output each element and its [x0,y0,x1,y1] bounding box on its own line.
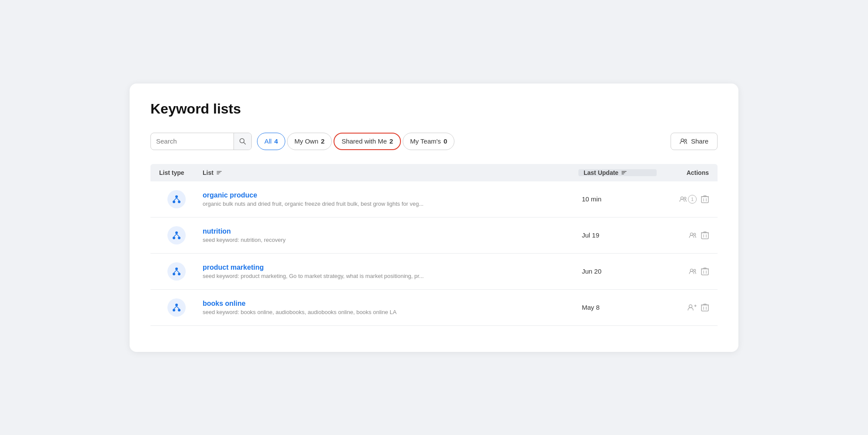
list-name-link[interactable]: books online [203,300,246,307]
svg-line-14 [177,198,179,201]
table-header: List type List Last Update Actions [150,164,718,181]
share-button-label: Share [691,137,708,145]
delete-action[interactable] [701,267,709,276]
person-add-icon [687,304,697,311]
svg-point-45 [178,309,180,311]
search-icon [239,138,246,145]
list-info: nutrition seed keyword: nutrition, recov… [203,228,578,243]
actions-cell: 1 [657,195,718,204]
list-type-icon-cell [150,298,203,317]
trash-icon [701,231,709,240]
share-nodes-icon [172,194,181,204]
header-list-type: List type [150,169,203,176]
trash-icon [701,195,709,204]
table-row: books online seed keyword: books online,… [150,290,718,326]
share-action[interactable] [689,268,697,274]
svg-point-11 [173,201,175,203]
svg-line-47 [177,306,179,309]
table-row: organic produce organic bulk nuts and dr… [150,181,718,218]
tab-my-teams-label: My Team's [410,137,441,145]
actions-cell [657,267,718,276]
share-nodes-icon [172,231,181,240]
add-share-action[interactable] [687,304,697,311]
svg-point-27 [694,233,695,235]
share-button[interactable]: Share [671,133,718,150]
svg-line-24 [174,234,177,237]
search-button[interactable] [234,133,251,150]
svg-line-25 [177,234,179,237]
search-wrapper [150,133,252,150]
tab-my-teams-count: 0 [444,137,447,145]
list-description: seed keyword: nutrition, recovery [203,237,578,243]
svg-point-38 [694,269,695,271]
tab-all-label: All [264,137,272,145]
header-last-update: Last Update [578,169,657,176]
svg-rect-17 [701,197,708,203]
list-name-link[interactable]: organic produce [203,191,257,199]
svg-point-22 [173,237,175,239]
share-count-badge: 1 [688,195,697,204]
header-actions: Actions [657,169,718,176]
toolbar: All 4 My Own 2 Shared with Me 2 My Team'… [150,133,718,150]
keyword-table: List type List Last Update Actions [150,164,718,326]
svg-point-34 [178,273,180,275]
list-info: organic produce organic bulk nuts and dr… [203,191,578,207]
list-description: seed keyword: books online, audiobooks, … [203,309,578,315]
svg-point-23 [178,237,180,239]
search-input[interactable] [151,137,234,145]
tab-my-own-label: My Own [294,137,318,145]
svg-line-46 [174,306,177,309]
svg-point-21 [175,231,178,234]
share-people-action-icon [689,232,697,238]
share-action[interactable]: 1 [679,195,697,204]
tab-all[interactable]: All 4 [257,133,285,150]
tab-my-own-count: 2 [321,137,324,145]
tab-all-count: 4 [274,137,278,145]
list-info: books online seed keyword: books online,… [203,300,578,315]
list-name-link[interactable]: nutrition [203,228,231,235]
list-description: seed keyword: product marketing, Go to m… [203,273,578,279]
svg-point-16 [684,197,686,199]
share-nodes-icon [172,303,181,312]
page-title: Keyword lists [150,101,718,117]
filter-tabs: All 4 My Own 2 Shared with Me 2 My Team'… [257,133,454,150]
tab-shared-with-me-count: 2 [390,137,393,145]
svg-rect-28 [701,233,708,239]
list-type-icon-cell [150,226,203,244]
last-update-value: Jul 19 [578,231,657,239]
share-action[interactable] [689,232,697,238]
svg-point-32 [175,268,178,270]
tab-my-teams[interactable]: My Team's 0 [403,133,454,150]
share-people-action-icon [679,196,687,202]
list-info: product marketing seed keyword: product … [203,264,578,279]
share-nodes-icon [172,267,181,276]
delete-action[interactable] [701,195,709,204]
sort-icon-last-update[interactable] [621,170,627,176]
svg-rect-39 [701,269,708,275]
list-name-link[interactable]: product marketing [203,264,264,271]
sort-icon[interactable] [216,170,222,176]
trash-icon [701,303,709,312]
delete-action[interactable] [701,231,709,240]
header-list: List [203,169,578,176]
tab-my-own[interactable]: My Own 2 [287,133,332,150]
last-update-value: May 8 [578,304,657,311]
main-card: Keyword lists All 4 My Own 2 Share [130,84,738,352]
share-people-action-icon [689,268,697,274]
svg-point-3 [684,139,687,141]
share-people-icon [680,138,688,145]
tab-shared-with-me[interactable]: Shared with Me 2 [334,133,401,150]
svg-point-10 [175,195,178,198]
list-type-icon-cell [150,262,203,281]
actions-cell [657,231,718,240]
trash-icon [701,267,709,276]
tab-shared-with-me-label: Shared with Me [341,137,387,145]
delete-action[interactable] [701,303,709,312]
svg-line-35 [174,270,177,273]
last-update-value: 10 min [578,195,657,203]
svg-line-1 [244,142,246,144]
keyword-list-icon [167,262,186,281]
list-type-icon-cell [150,190,203,208]
table-row: nutrition seed keyword: nutrition, recov… [150,218,718,254]
svg-line-13 [174,198,177,201]
